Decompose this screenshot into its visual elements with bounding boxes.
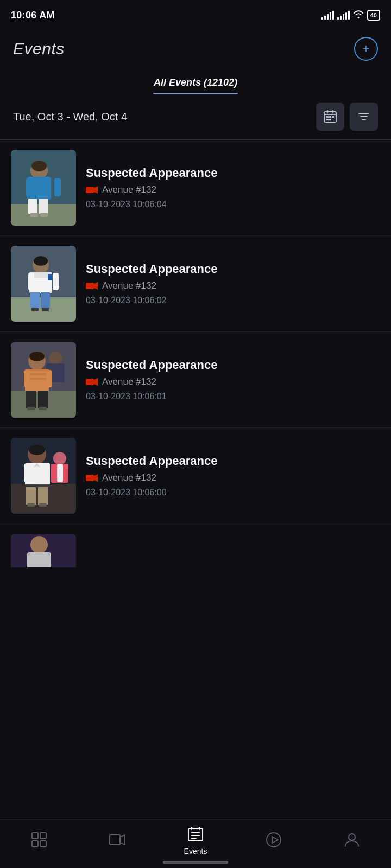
svg-rect-67 bbox=[38, 487, 48, 505]
svg-rect-19 bbox=[54, 178, 61, 196]
svg-rect-82 bbox=[110, 835, 120, 845]
svg-rect-77 bbox=[27, 552, 51, 567]
svg-rect-23 bbox=[86, 187, 94, 193]
camera-icon bbox=[86, 186, 98, 194]
event-thumbnail bbox=[11, 342, 76, 418]
video-icon bbox=[109, 833, 125, 848]
event-thumbnail bbox=[11, 150, 76, 226]
svg-marker-91 bbox=[272, 837, 278, 843]
events-list: Suspected Appearance Avenue #132 03-10-2… bbox=[0, 140, 391, 567]
svg-rect-34 bbox=[53, 273, 59, 290]
svg-rect-72 bbox=[39, 503, 47, 507]
svg-rect-30 bbox=[48, 274, 52, 280]
battery-icon: 40 bbox=[367, 10, 380, 21]
svg-rect-69 bbox=[57, 464, 63, 482]
filter-row: Tue, Oct 3 - Wed, Oct 4 bbox=[0, 94, 391, 139]
event-info: Suspected Appearance Avenue #132 03-10-2… bbox=[86, 262, 380, 305]
camera-icon bbox=[86, 474, 98, 482]
svg-point-35 bbox=[34, 256, 48, 266]
svg-marker-83 bbox=[120, 835, 125, 845]
event-info: Suspected Appearance Avenue #132 03-10-2… bbox=[86, 454, 380, 497]
svg-rect-22 bbox=[40, 213, 48, 217]
grid-icon bbox=[31, 832, 47, 850]
svg-rect-68 bbox=[24, 464, 30, 482]
svg-point-20 bbox=[31, 161, 47, 171]
page-header: Events + bbox=[0, 28, 391, 67]
event-item[interactable]: Suspected Appearance Avenue #132 03-10-2… bbox=[0, 236, 391, 332]
wifi-icon bbox=[353, 10, 364, 21]
svg-rect-73 bbox=[86, 475, 94, 481]
filter-icon bbox=[357, 110, 371, 124]
svg-rect-17 bbox=[39, 199, 48, 214]
play-icon bbox=[266, 832, 282, 850]
tab-all-events[interactable]: All Events (12102) bbox=[143, 72, 248, 94]
svg-rect-37 bbox=[42, 308, 49, 311]
svg-point-70 bbox=[29, 444, 45, 455]
svg-rect-5 bbox=[329, 116, 331, 118]
camera-icon bbox=[86, 282, 98, 290]
svg-marker-74 bbox=[94, 474, 98, 482]
svg-rect-84 bbox=[188, 828, 203, 841]
svg-rect-54 bbox=[27, 407, 35, 410]
event-title: Suspected Appearance bbox=[86, 454, 380, 468]
signal-icon-1 bbox=[321, 11, 334, 20]
event-title: Suspected Appearance bbox=[86, 262, 380, 276]
nav-label-events: Events bbox=[184, 847, 207, 856]
camera-icon bbox=[86, 378, 98, 386]
event-camera: Avenue #132 bbox=[86, 473, 380, 483]
svg-rect-8 bbox=[329, 119, 331, 120]
svg-rect-52 bbox=[46, 370, 52, 387]
nav-item-profile[interactable] bbox=[319, 832, 384, 850]
svg-rect-51 bbox=[24, 370, 30, 387]
svg-rect-7 bbox=[326, 119, 329, 120]
svg-rect-49 bbox=[26, 391, 36, 408]
nav-item-video[interactable] bbox=[85, 833, 150, 848]
svg-rect-56 bbox=[86, 379, 94, 385]
person-icon bbox=[344, 832, 360, 850]
svg-marker-39 bbox=[94, 282, 98, 290]
page-title: Events bbox=[13, 40, 65, 58]
event-datetime: 03-10-2023 10:06:01 bbox=[86, 392, 380, 401]
event-title: Suspected Appearance bbox=[86, 166, 380, 180]
status-time: 10:06 AM bbox=[11, 10, 55, 21]
nav-item-playback[interactable] bbox=[241, 832, 306, 850]
event-camera: Avenue #132 bbox=[86, 184, 380, 195]
event-info: Suspected Appearance Avenue #132 03-10-2… bbox=[86, 358, 380, 401]
tabs-container: All Events (12102) bbox=[0, 67, 391, 94]
svg-point-76 bbox=[30, 536, 48, 553]
svg-rect-36 bbox=[31, 308, 39, 311]
add-event-button[interactable]: + bbox=[354, 37, 378, 61]
svg-rect-38 bbox=[86, 283, 94, 289]
event-item[interactable]: Suspected Appearance Avenue #132 03-10-2… bbox=[0, 140, 391, 236]
svg-rect-80 bbox=[32, 841, 38, 847]
filter-buttons bbox=[316, 103, 378, 131]
svg-point-90 bbox=[267, 833, 281, 847]
svg-point-92 bbox=[349, 834, 355, 840]
event-item[interactable]: Suspected Appearance Avenue #132 03-10-2… bbox=[0, 428, 391, 524]
svg-rect-55 bbox=[39, 407, 47, 410]
svg-rect-33 bbox=[28, 273, 34, 290]
plus-icon: + bbox=[363, 42, 370, 56]
event-title: Suspected Appearance bbox=[86, 358, 380, 372]
date-range-label: Tue, Oct 3 - Wed, Oct 4 bbox=[13, 111, 127, 123]
svg-rect-16 bbox=[28, 199, 37, 214]
status-bar: 10:06 AM 40 bbox=[0, 0, 391, 28]
calendar-icon bbox=[323, 110, 337, 124]
event-info: Suspected Appearance Avenue #132 03-10-2… bbox=[86, 166, 380, 209]
event-datetime: 03-10-2023 10:06:04 bbox=[86, 200, 380, 209]
svg-rect-66 bbox=[26, 487, 36, 505]
nav-item-dashboard[interactable] bbox=[7, 832, 72, 850]
svg-rect-50 bbox=[38, 391, 48, 408]
event-thumbnail-partial bbox=[11, 534, 76, 567]
nav-item-events[interactable]: Events bbox=[163, 826, 228, 856]
svg-marker-24 bbox=[94, 186, 98, 194]
svg-point-60 bbox=[53, 452, 66, 465]
event-camera: Avenue #132 bbox=[86, 376, 380, 387]
event-item[interactable]: Suspected Appearance Avenue #132 03-10-2… bbox=[0, 332, 391, 428]
status-icons: 40 bbox=[321, 10, 380, 21]
calendar-button[interactable] bbox=[316, 103, 344, 131]
filter-button[interactable] bbox=[350, 103, 378, 131]
event-thumbnail bbox=[11, 246, 76, 322]
events-icon bbox=[187, 826, 204, 845]
event-item-partial[interactable] bbox=[0, 524, 391, 567]
